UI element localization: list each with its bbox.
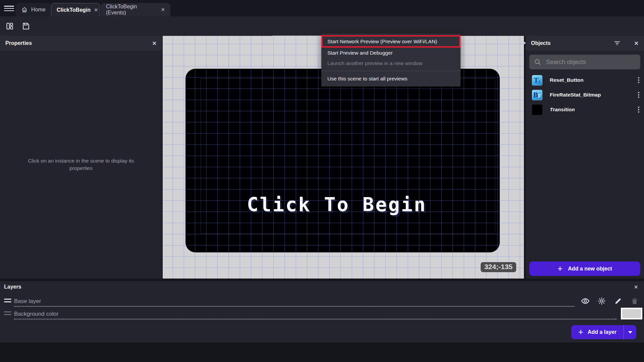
kebab-menu-icon[interactable]	[638, 92, 639, 98]
background-color-swatch[interactable]	[621, 308, 642, 319]
tab-clicktobegin[interactable]: ClickToBegin ✕	[51, 3, 100, 16]
tab-home[interactable]: Home	[16, 3, 51, 16]
window-background	[0, 343, 644, 362]
layer-row-base[interactable]: Base layer	[14, 297, 574, 307]
scene-title-text[interactable]: Click To Begin	[247, 193, 427, 216]
object-row-transition[interactable]: Transition	[526, 102, 644, 117]
sprite-object-icon	[532, 105, 542, 115]
layer-trash-icon[interactable]	[630, 296, 639, 306]
layer-visibility-eye-icon[interactable]	[581, 296, 590, 306]
kebab-menu-icon[interactable]	[638, 77, 639, 83]
tab-label: ClickToBegin	[57, 7, 91, 13]
filter-icon[interactable]	[612, 38, 622, 48]
bitmap-text-object-icon: BF	[532, 90, 542, 100]
text-object-icon: Tx	[532, 75, 542, 85]
tab-close-icon[interactable]: ✕	[161, 7, 165, 13]
add-layer-label: Add a layer	[588, 329, 616, 335]
layer-row-background-color[interactable]: Background color	[14, 309, 616, 319]
chevron-down-icon	[628, 331, 632, 334]
menu-item-start-network-preview[interactable]: Start Network Preview (Preview over WiFi…	[321, 35, 461, 48]
objects-title: Objects	[531, 40, 551, 46]
menu-item-launch-another-preview: Launch another preview in a new window	[321, 58, 461, 68]
toolbar: Preview Publish	[0, 16, 644, 36]
menu-item-use-scene-start-previews[interactable]: Use this scene to start all previews	[321, 73, 461, 84]
layer-edit-pencil-icon[interactable]	[613, 296, 623, 306]
add-new-object-button[interactable]: + Add a new object	[529, 261, 640, 276]
layers-panel: Layers ✕ Base layer Background color + A…	[0, 281, 644, 343]
project-manager-icon[interactable]	[5, 21, 15, 31]
tab-clicktobegin-events[interactable]: ClickToBegin (Events) ✕	[101, 3, 170, 16]
menu-divider	[321, 71, 461, 71]
kebab-menu-icon[interactable]	[638, 107, 639, 113]
add-object-label: Add a new object	[568, 266, 612, 272]
background-color-label[interactable]: Background color	[14, 311, 58, 317]
object-name: Reset_Button	[550, 77, 584, 83]
main-menu-icon[interactable]	[4, 6, 14, 11]
add-layer-button[interactable]: + Add a layer	[571, 325, 636, 339]
object-search-box[interactable]	[529, 55, 640, 69]
object-row-reset-button[interactable]: Tx Reset_Button	[526, 73, 644, 87]
close-icon[interactable]: ✕	[634, 40, 639, 47]
tab-close-icon[interactable]: ✕	[94, 7, 98, 13]
drag-handle-icon[interactable]	[4, 299, 11, 302]
tab-label: Home	[31, 7, 46, 13]
object-row-fireratestat-bitmap[interactable]: BF FireRateStat_Bitmap	[526, 87, 644, 102]
tab-label: ClickToBegin (Events)	[106, 4, 157, 16]
menu-item-start-preview-debugger[interactable]: Start Preview and Debugger	[321, 48, 461, 58]
objects-panel: Objects ✕ Tx Reset_Button BF FireRateSta…	[526, 36, 644, 279]
layer-name[interactable]: Base layer	[14, 298, 41, 305]
save-icon[interactable]	[21, 21, 31, 31]
cursor-coordinates-badge: 324;-135	[481, 262, 516, 272]
layers-title: Layers	[4, 284, 21, 290]
preview-dropdown-menu: Start Network Preview (Preview over WiFi…	[321, 34, 461, 86]
home-icon	[21, 6, 28, 13]
add-layer-dropdown-toggle[interactable]	[624, 325, 636, 339]
drag-handle-icon[interactable]	[4, 311, 11, 315]
object-name: Transition	[550, 107, 575, 113]
search-input[interactable]	[546, 59, 636, 66]
properties-title: Properties	[5, 40, 32, 46]
layer-effects-icon[interactable]	[597, 296, 606, 306]
object-name: FireRateStat_Bitmap	[550, 92, 601, 98]
properties-panel: Properties ✕ Click on an instance in the…	[0, 36, 162, 279]
properties-empty-message: Click on an instance in the scene to dis…	[22, 157, 140, 172]
search-icon	[534, 58, 541, 66]
close-icon[interactable]: ✕	[634, 284, 638, 290]
close-icon[interactable]: ✕	[152, 40, 157, 47]
game-scene-background[interactable]: Click To Begin	[185, 69, 500, 252]
tab-bar: Home ClickToBegin ✕ ClickToBegin (Events…	[0, 0, 644, 16]
